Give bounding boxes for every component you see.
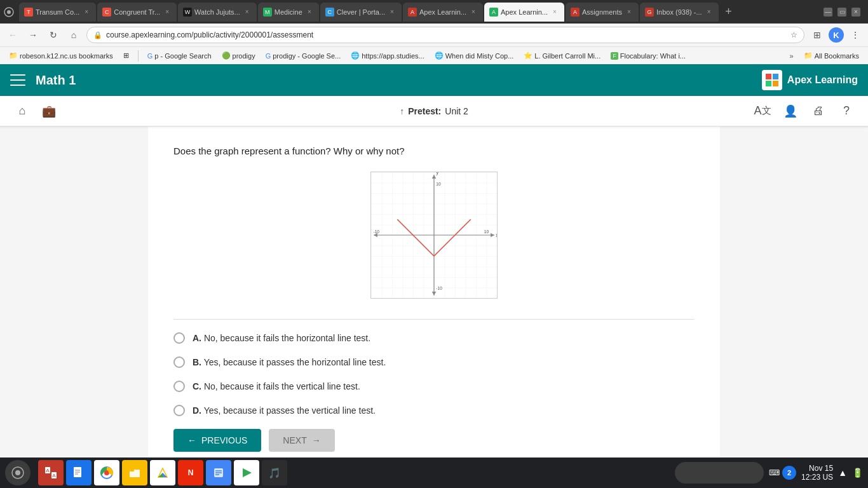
answer-option-d[interactable]: D. Yes, because it passes the vertical l… [173,405,695,416]
bookmark-studies[interactable]: 🌐 https://app.studies... [347,49,428,63]
bookmark-misty[interactable]: 🌐 When did Misty Cop... [431,49,518,63]
question-text: Does the graph represent a function? Why… [173,146,695,156]
tab-clever[interactable]: C Clever | Porta... × [320,3,402,22]
maximize-button[interactable]: ▭ [837,8,846,17]
notification-badge[interactable]: 2 [782,466,796,480]
bookmark-google-search[interactable]: G p - Google Search [144,49,215,63]
tab-favicon: C [102,8,111,17]
maps-icon [156,466,170,480]
answer-body-b: Yes, because it passes the horizontal li… [204,357,386,367]
taskbar-app-solitaire[interactable]: A A [38,460,64,484]
back-button[interactable]: ← [5,27,20,43]
tab-close-button[interactable]: × [469,8,478,17]
keyboard-icon[interactable]: ⌨ [769,468,780,477]
print-icon[interactable]: 🖨 [810,102,827,120]
taskbar-app-nf[interactable]: N [178,460,203,484]
profile-avatar[interactable]: K [829,27,844,43]
bookmark-all[interactable]: 📁 All Bookmarks [800,49,863,63]
chrome-menu-icon[interactable] [3,6,15,18]
extensions-icon[interactable]: ⊞ [810,27,825,43]
tab-close-button[interactable]: × [705,8,714,17]
tab-congruent[interactable]: C Congruent Tr... × [97,3,177,22]
bookmark-robeson[interactable]: 📁 robeson.k12.nc.us bookmarks [5,49,117,63]
tab-assignments[interactable]: A Assignments × [566,3,639,22]
svg-text:10: 10 [436,182,441,186]
radio-button-a[interactable] [173,332,185,344]
settings-icon[interactable]: ⋮ [848,27,863,43]
tab-apex-active[interactable]: A Apex Learnin... × [484,3,564,22]
sub-header: ⌂ 💼 ↑ Pretest: Unit 2 A文 👤 🖨 ? [0,96,868,126]
tab-close-button[interactable]: × [388,8,397,17]
bookmark-icon: 🌐 [435,51,444,60]
tab-close-button[interactable]: × [82,8,91,17]
previous-button[interactable]: ← PREVIOUS [173,429,261,452]
taskbar-app-files[interactable] [122,460,147,484]
pretest-label: Pretest: [408,106,441,116]
taskbar-app-music[interactable]: 🎵 [262,460,287,484]
forward-button[interactable]: → [25,27,41,43]
bookmark-icon: ⭐ [524,51,532,60]
tab-close-button[interactable]: × [243,8,252,17]
pretest-breadcrumb: ↑ Pretest: Unit 2 [400,106,468,116]
help-icon[interactable]: ? [837,102,855,120]
prev-label: PREVIOUS [201,435,247,445]
accessibility-icon[interactable]: 👤 [782,102,799,120]
bookmark-label: robeson.k12.nc.us bookmarks [20,52,113,60]
launcher-button[interactable] [5,460,31,484]
reload-button[interactable]: ↻ [46,27,61,43]
answer-letter-d: D. [193,405,201,416]
bookmark-prodigy-search[interactable]: G prodigy - Google Se... [262,49,345,63]
taskbar-apps: A A [38,460,287,484]
bookmark-label: When did Misty Cop... [445,52,514,60]
course-title: Math 1 [36,73,762,88]
tab-favicon: G [645,8,654,17]
bookmark-label: prodigy [233,52,255,60]
tab-close-button[interactable]: × [163,8,172,17]
new-tab-button[interactable]: + [720,3,738,21]
bookmarks-overflow[interactable]: » [786,51,797,61]
tab-close-button[interactable]: × [625,8,634,17]
bookmark-icon: F [611,52,618,60]
tab-apex-1[interactable]: A Apex Learnin... × [403,3,483,22]
tab-gmail[interactable]: G Inbox (938) -... × [640,3,719,22]
bookmark-prodigy[interactable]: 🟢 prodigy [218,49,259,63]
taskbar-app-drive[interactable] [206,460,231,484]
tab-close-button[interactable]: × [550,8,559,17]
radio-button-c[interactable] [173,381,185,392]
taskbar-app-play[interactable] [234,460,259,484]
tab-label: Assignments [582,8,622,16]
translate-icon[interactable]: A文 [754,102,771,120]
tab-watch-jujutsu[interactable]: W Watch Jujuts... × [178,3,257,22]
star-icon[interactable]: ☆ [790,30,797,39]
bookmark-flocabulary[interactable]: F Flocabulary: What i... [607,49,689,63]
wifi-icon[interactable]: ▲ [838,468,847,478]
answer-option-a[interactable]: A. No, because it fails the horizontal l… [173,332,695,344]
answer-letter-c: C. [193,381,201,391]
answer-option-b[interactable]: B. Yes, because it passes the horizontal… [173,356,695,368]
tab-medicine[interactable]: M Medicine × [258,3,319,22]
answer-option-c[interactable]: C. No, because it fails the vertical lin… [173,381,695,392]
taskbar-app-chrome[interactable] [94,460,119,484]
radio-button-d[interactable] [173,405,185,416]
bookmark-icon: 🌐 [351,51,360,60]
tab-transum[interactable]: T Transum Co... × [19,3,96,22]
home-icon[interactable]: ⌂ [13,102,32,121]
radio-button-b[interactable] [173,356,185,368]
tab-close-button[interactable]: × [305,8,314,17]
hamburger-menu[interactable] [10,74,25,86]
url-bar[interactable]: 🔒 course.apexlearning.com/public/activit… [86,27,804,43]
taskbar-search[interactable] [675,462,764,484]
bookmark-label: prodigy - Google Se... [273,52,341,60]
battery-icon[interactable]: 🔋 [852,468,863,478]
minimize-button[interactable]: — [824,8,832,17]
briefcase-icon[interactable]: 💼 [39,102,58,121]
home-button[interactable]: ⌂ [66,27,81,43]
taskbar-app-docs[interactable] [66,460,92,484]
svg-rect-5 [773,81,778,86]
taskbar-app-maps[interactable] [150,460,175,484]
bookmark-apps[interactable]: ⊞ [119,49,133,63]
next-button[interactable]: NEXT → [269,429,334,452]
close-button[interactable]: × [851,8,860,17]
answer-body-a: No, because it fails the horizontal line… [204,333,370,343]
bookmark-gilbert[interactable]: ⭐ L. Gilbert Carroll Mi... [520,49,604,63]
